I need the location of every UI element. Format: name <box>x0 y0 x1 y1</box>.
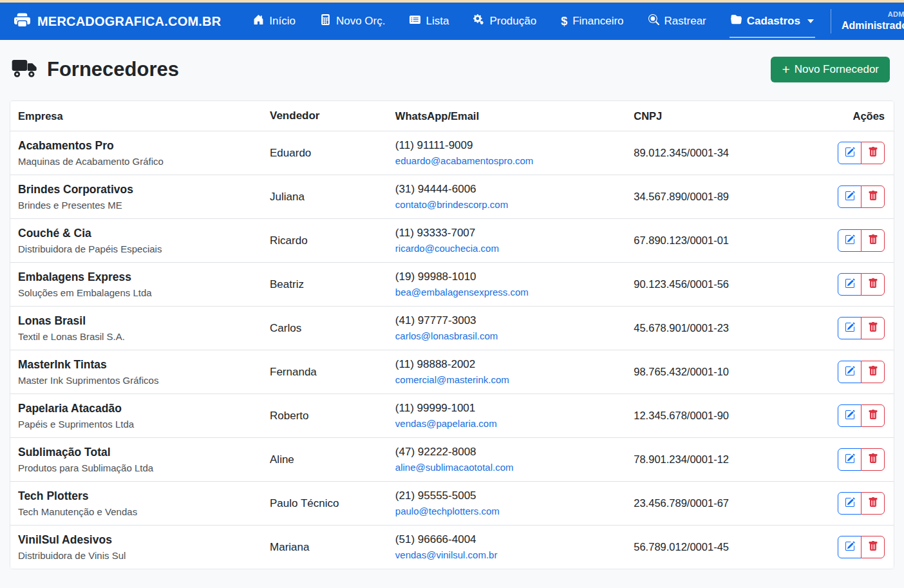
user-role-badge: ADMIN <box>842 10 904 19</box>
delete-button[interactable] <box>861 142 885 164</box>
whatsapp-number: (11) 91111-9009 <box>395 139 618 152</box>
delete-button[interactable] <box>861 404 885 427</box>
user-block: ADMIN Administrador <box>842 10 904 32</box>
dollar-icon: $ <box>561 15 567 28</box>
whatsapp-number: (11) 99999-1001 <box>395 402 618 415</box>
trash-icon <box>868 541 878 553</box>
nav-item-inicio[interactable]: Início <box>252 10 297 32</box>
delete-button[interactable] <box>861 361 885 383</box>
company-description: Tech Manutenção e Vendas <box>18 506 254 517</box>
email-link[interactable]: bea@embalagensexpress.com <box>395 287 529 298</box>
trash-icon <box>868 278 878 290</box>
edit-button[interactable] <box>838 142 862 164</box>
email-link[interactable]: ricardo@couchecia.com <box>395 243 499 254</box>
list-icon <box>410 14 420 28</box>
delete-button[interactable] <box>861 273 885 296</box>
email-link[interactable]: contato@brindescorp.com <box>395 199 508 210</box>
pencil-square-icon <box>845 147 855 159</box>
row-actions <box>838 317 885 339</box>
email-link[interactable]: comercial@masterink.com <box>395 374 509 385</box>
company-description: Master Ink Suprimentos Gráficos <box>18 375 254 386</box>
table-row: Tech Plotters Tech Manutenção e Vendas P… <box>10 482 894 526</box>
company-name: Brindes Corporativos <box>18 183 254 196</box>
edit-button[interactable] <box>838 448 862 471</box>
edit-button[interactable] <box>838 361 862 383</box>
cnpj-value: 12.345.678/0001-90 <box>626 394 814 438</box>
header-vendedor: Vendedor <box>262 101 388 131</box>
nav-item-label: Lista <box>426 15 449 28</box>
company-name: Sublimação Total <box>18 446 254 459</box>
company-name: Lonas Brasil <box>18 314 254 328</box>
new-supplier-button[interactable]: + Novo Fornecedor <box>771 57 890 82</box>
table-row: Embalagens Express Soluções em Embalagen… <box>10 263 894 307</box>
company-description: Distribuidora de Papéis Especiais <box>18 243 254 254</box>
printer-icon <box>14 12 30 31</box>
company-description: Papéis e Suprimentos Ltda <box>18 419 254 430</box>
delete-button[interactable] <box>861 185 885 208</box>
row-actions <box>838 448 885 471</box>
pencil-square-icon <box>845 191 855 203</box>
delete-button[interactable] <box>861 492 885 515</box>
user-name: Administrador <box>842 19 904 32</box>
email-link[interactable]: carlos@lonasbrasil.com <box>395 330 498 341</box>
table-row: VinilSul Adesivos Distribuidora de Vinis… <box>10 526 894 569</box>
edit-button[interactable] <box>838 536 862 558</box>
nav-items: Início Novo Orç. Lista Produção $ Financ… <box>252 10 815 32</box>
pencil-square-icon <box>845 410 855 422</box>
company-name: VinilSul Adesivos <box>18 533 254 547</box>
page-title: Fornecedores <box>47 58 179 81</box>
pencil-square-icon <box>845 497 855 509</box>
vendor-name: Eduardo <box>262 131 388 175</box>
email-link[interactable]: eduardo@acabamentospro.com <box>395 155 534 166</box>
plus-icon: + <box>782 64 789 75</box>
header-acoes: Ações <box>815 101 894 131</box>
edit-button[interactable] <box>838 492 862 515</box>
cnpj-value: 56.789.012/0001-45 <box>626 526 814 569</box>
pencil-square-icon <box>845 366 855 378</box>
delete-button[interactable] <box>861 229 885 252</box>
delete-button[interactable] <box>861 536 885 558</box>
nav-item-financeiro[interactable]: $ Financeiro <box>560 11 625 32</box>
nav-item-lista[interactable]: Lista <box>408 10 450 32</box>
table-row: Papelaria Atacadão Papéis e Suprimentos … <box>10 394 894 438</box>
company-name: MasterInk Tintas <box>18 358 254 372</box>
pencil-square-icon <box>845 541 855 553</box>
home-icon <box>253 14 264 28</box>
table-row: Brindes Corporativos Brindes e Presentes… <box>10 175 894 219</box>
edit-button[interactable] <box>838 229 862 252</box>
edit-button[interactable] <box>838 404 862 427</box>
whatsapp-number: (51) 96666-4004 <box>395 533 618 546</box>
row-actions <box>838 142 885 164</box>
delete-button[interactable] <box>861 317 885 339</box>
email-link[interactable]: vendas@vinilsul.com.br <box>395 549 498 560</box>
nav-item-label: Cadastros <box>747 15 800 28</box>
nav-item-label: Novo Orç. <box>336 15 386 28</box>
nav-item-label: Financeiro <box>572 15 623 28</box>
edit-button[interactable] <box>838 185 862 208</box>
trash-icon <box>868 366 878 378</box>
page-header: Fornecedores + Novo Fornecedor <box>0 40 904 100</box>
delete-button[interactable] <box>861 448 885 471</box>
nav-item-cadastros[interactable]: Cadastros <box>730 10 815 32</box>
email-link[interactable]: aline@sublimacaototal.com <box>395 462 514 473</box>
row-actions <box>838 229 885 252</box>
edit-button[interactable] <box>838 273 862 296</box>
nav-item-rastrear[interactable]: Rastrear <box>647 10 708 32</box>
email-link[interactable]: paulo@techplotters.com <box>395 506 500 517</box>
pencil-square-icon <box>845 322 855 334</box>
nav-item-novo-orc[interactable]: Novo Orç. <box>319 10 387 32</box>
email-link[interactable]: vendas@papelaria.com <box>395 418 497 429</box>
vendor-name: Aline <box>262 438 388 482</box>
company-description: Soluções em Embalagens Ltda <box>18 287 254 298</box>
cnpj-value: 34.567.890/0001-89 <box>626 175 814 219</box>
trash-icon <box>868 191 878 203</box>
company-name: Tech Plotters <box>18 489 254 503</box>
pencil-square-icon <box>845 234 855 247</box>
navbar-divider <box>831 9 831 33</box>
edit-button[interactable] <box>838 317 862 339</box>
nav-item-producao[interactable]: Produção <box>472 10 538 32</box>
new-supplier-label: Novo Fornecedor <box>795 63 879 76</box>
pencil-square-icon <box>845 278 855 290</box>
brand[interactable]: MERCADOGRAFICA.COM.BR <box>14 12 221 31</box>
brand-text: MERCADOGRAFICA.COM.BR <box>37 14 221 29</box>
